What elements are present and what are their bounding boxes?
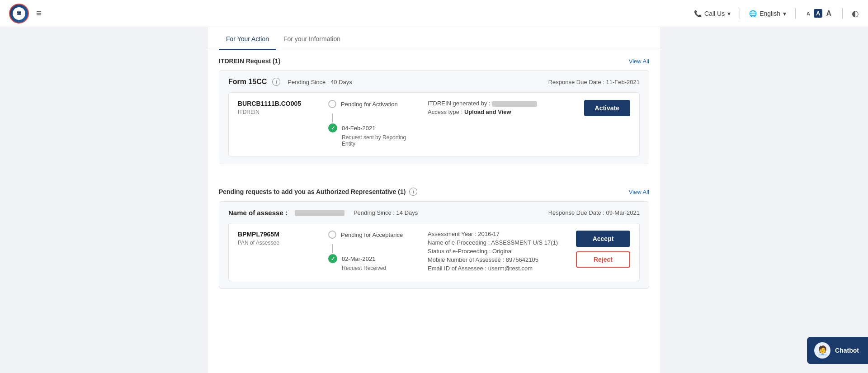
- assesse-timeline: Pending for Acceptance 02-Mar-2021 Reque…: [328, 231, 419, 273]
- mobile-value: 8975642105: [506, 256, 538, 263]
- font-small-button[interactable]: A: [805, 10, 812, 17]
- itdrein-card-header: Form 15CC i Pending Since : 40 Days Resp…: [228, 78, 640, 86]
- hamburger-menu[interactable]: ≡: [36, 8, 42, 19]
- itdrein-generated-by-label: ITDREIN generated by :: [428, 100, 491, 107]
- chatbot-label: Chatbot: [835, 347, 859, 354]
- itdrein-req-left: BURCB1111B.CO005 ITDREIN: [238, 100, 328, 115]
- itdrein-view-all[interactable]: View All: [629, 58, 649, 65]
- language-label: English: [760, 10, 780, 17]
- itdrein-req-action: Activate: [575, 100, 630, 116]
- logo-inner: 🏛: [13, 7, 25, 20]
- itdrein-request-item: BURCB1111B.CO005 ITDREIN Pending for Act…: [228, 92, 640, 156]
- assesse-name-label-text: Name of assesse :: [228, 209, 288, 217]
- assesse-pan-label: PAN of Assessee: [238, 240, 328, 246]
- email-label: Email ID of Assessee :: [428, 265, 486, 272]
- contrast-button[interactable]: ◐: [852, 9, 859, 19]
- font-large-button[interactable]: A: [824, 9, 833, 19]
- assessment-year-line: Assessment Year : 2016-17: [428, 231, 567, 237]
- tab-for-your-action[interactable]: For Your Action: [219, 27, 276, 50]
- done-sublabel: Request sent by Reporting Entity: [342, 134, 419, 147]
- assesse-req-info: Assessment Year : 2016-17 Name of e-Proc…: [419, 231, 567, 274]
- mobile-line: Mobile Number of Assessee : 8975642105: [428, 256, 567, 263]
- assesse-done-dot: [328, 254, 337, 263]
- proceeding-status-line: Status of e-Proceeding : Original: [428, 248, 567, 255]
- itdrein-step-done: 04-Feb-2021: [328, 123, 375, 132]
- header-right: 📞 Call Us ▾ 🌐 English ▾ A A A ◐: [694, 8, 859, 19]
- auth-rep-view-all[interactable]: View All: [629, 189, 649, 195]
- proceeding-name-value: ASSESSMENT U/S 17(1): [491, 239, 558, 246]
- chatbot-button[interactable]: 🧑‍💼 Chatbot: [807, 337, 868, 364]
- itdrein-generated-by-value: [492, 101, 537, 107]
- form-response-due: Response Due Date : 11-Feb-2021: [548, 79, 640, 85]
- accept-button[interactable]: Accept: [576, 231, 630, 247]
- divider-1: [740, 8, 740, 19]
- language-button[interactable]: 🌐 English ▾: [749, 10, 786, 17]
- done-dot: [328, 123, 337, 132]
- auth-rep-section: Pending requests to add you as Authorize…: [208, 180, 660, 296]
- form-info-icon[interactable]: i: [272, 78, 280, 86]
- proceeding-name-line: Name of e-Proceeding : ASSESSMENT U/S 17…: [428, 239, 567, 246]
- activate-button[interactable]: Activate: [584, 100, 630, 116]
- language-chevron: ▾: [783, 10, 786, 17]
- assesse-pending-label: Pending for Acceptance: [341, 231, 403, 238]
- content-area: For Your Action For your Information ITD…: [208, 27, 660, 373]
- itdrein-section-title: ITDREIN Request (1): [219, 57, 280, 65]
- divider-3: [842, 8, 843, 19]
- access-type-value: Upload and View: [464, 109, 511, 115]
- assesse-name-value: [295, 210, 344, 216]
- header-left: 🏛 ≡: [9, 4, 42, 24]
- assesse-pending-since: Pending Since : 14 Days: [354, 209, 418, 216]
- main-header: 🏛 ≡ 📞 Call Us ▾ 🌐 English ▾ A A A ◐: [0, 0, 868, 27]
- itdrein-section: ITDREIN Request (1) View All Form 15CC i…: [208, 50, 660, 180]
- itdrein-section-header: ITDREIN Request (1) View All: [219, 57, 649, 65]
- assesse-req-left: BPMPL7965M PAN of Assessee: [238, 231, 328, 246]
- proceeding-name-label: Name of e-Proceeding :: [428, 239, 490, 246]
- assesse-step-done: 02-Mar-2021: [328, 254, 375, 263]
- assesse-response-due: Response Due Date : 09-Mar-2021: [548, 209, 640, 216]
- email-value: userm@test.com: [488, 265, 533, 272]
- assesse-pan-id: BPMPL7965M: [238, 231, 328, 238]
- divider-2: [795, 8, 796, 19]
- assesse-done-sublabel: Request Received: [342, 265, 386, 271]
- font-mid-button[interactable]: A: [814, 9, 822, 18]
- access-type-label: Access type :: [428, 109, 462, 115]
- assessment-year-label: Assessment Year :: [428, 231, 476, 237]
- itdrein-card: Form 15CC i Pending Since : 40 Days Resp…: [219, 70, 649, 164]
- auth-rep-title-text: Pending requests to add you as Authorize…: [219, 188, 406, 195]
- chatbot-avatar: 🧑‍💼: [814, 342, 830, 359]
- assesse-card: Name of assesse : Pending Since : 14 Day…: [219, 201, 649, 289]
- logo: 🏛: [9, 4, 29, 24]
- pending-dot: [328, 100, 336, 108]
- form-pending-since: Pending Since : 40 Days: [288, 79, 352, 85]
- itdrein-access-type: Access type : Upload and View: [428, 109, 575, 115]
- mobile-label: Mobile Number of Assessee :: [428, 256, 504, 263]
- done-date: 04-Feb-2021: [342, 125, 375, 132]
- tab-for-your-information[interactable]: For your Information: [276, 27, 348, 50]
- email-line: Email ID of Assessee : userm@test.com: [428, 265, 567, 272]
- itdrein-generated-by: ITDREIN generated by :: [428, 100, 575, 107]
- call-us-button[interactable]: 📞 Call Us ▾: [694, 10, 731, 17]
- reject-button[interactable]: Reject: [576, 251, 630, 268]
- form-15cc-title: Form 15CC: [228, 78, 267, 86]
- itdrein-req-info: ITDREIN generated by : Access type : Upl…: [419, 100, 575, 117]
- itdrein-request-type: ITDREIN: [238, 109, 328, 115]
- assesse-card-header: Name of assesse : Pending Since : 14 Day…: [228, 209, 640, 217]
- timeline-connector: [332, 113, 333, 123]
- auth-rep-section-title: Pending requests to add you as Authorize…: [219, 188, 417, 196]
- tabs-bar: For Your Action For your Information: [208, 27, 660, 50]
- assesse-request-item: BPMPL7965M PAN of Assessee Pending for A…: [228, 223, 640, 281]
- call-us-chevron: ▾: [727, 10, 731, 17]
- itdrein-timeline: Pending for Activation 04-Feb-2021 Reque…: [328, 100, 419, 149]
- globe-icon: 🌐: [749, 10, 757, 17]
- itdrein-request-id: BURCB1111B.CO005: [238, 100, 328, 107]
- font-size-controls: A A A: [805, 9, 833, 19]
- assesse-pending-dot: [328, 231, 336, 239]
- assesse-done-date: 02-Mar-2021: [342, 255, 375, 262]
- pending-label: Pending for Activation: [341, 101, 398, 108]
- assessment-year-value: 2016-17: [478, 231, 500, 237]
- main-wrapper: For Your Action For your Information ITD…: [0, 27, 868, 373]
- assesse-req-action: Accept Reject: [567, 231, 630, 268]
- proceeding-status-label: Status of e-Proceeding :: [428, 248, 491, 255]
- assesse-step-pending: Pending for Acceptance: [328, 231, 403, 239]
- auth-rep-info-icon[interactable]: i: [409, 188, 417, 196]
